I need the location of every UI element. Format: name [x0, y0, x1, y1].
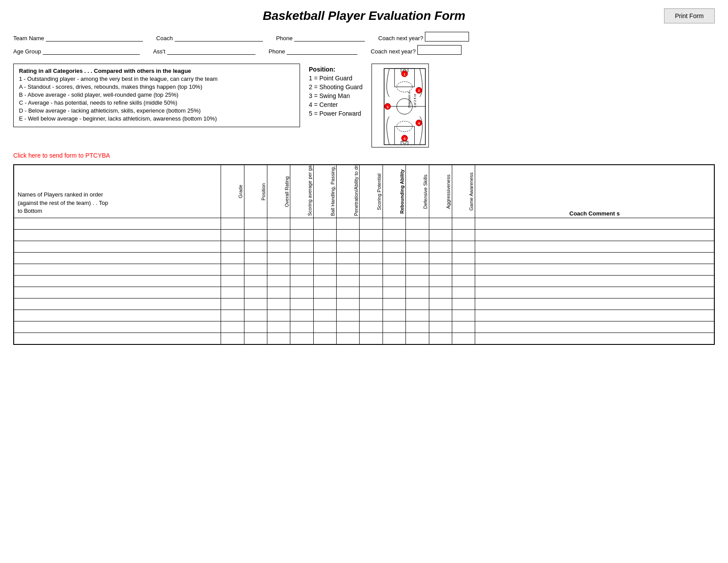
cell-r6-c3[interactable]	[297, 289, 307, 297]
cell-r10-c8[interactable]	[413, 335, 422, 343]
cell-r6-c10[interactable]	[459, 289, 469, 297]
cell-r4-c5[interactable]	[343, 266, 353, 274]
cell-r8-c4[interactable]	[320, 312, 330, 320]
cell-r5-c1[interactable]	[251, 278, 260, 286]
cell-r10-c3[interactable]	[297, 335, 307, 343]
cell-r0-c10[interactable]	[459, 220, 469, 228]
cell-r2-c5[interactable]	[343, 243, 353, 251]
cell-r7-c8[interactable]	[413, 301, 422, 309]
cell-r10-c5[interactable]	[343, 335, 353, 343]
cell-r4-c2[interactable]	[274, 266, 284, 274]
coach-input[interactable]	[175, 32, 263, 42]
cell-r5-c8[interactable]	[413, 278, 422, 286]
cell-r4-c7[interactable]	[389, 266, 399, 274]
print-button[interactable]: Print Form	[664, 8, 715, 23]
cell-r3-c6[interactable]	[366, 255, 376, 263]
cell-r2-c3[interactable]	[297, 243, 307, 251]
cell-r0-c7[interactable]	[389, 220, 399, 228]
cell-r3-c0[interactable]	[228, 255, 237, 263]
player-name-input-5[interactable]	[15, 278, 219, 286]
cell-r10-c6[interactable]	[366, 335, 376, 343]
cell-r10-c2[interactable]	[274, 335, 284, 343]
cell-r2-c7[interactable]	[389, 243, 399, 251]
cell-r2-c8[interactable]	[413, 243, 422, 251]
cell-r10-c4[interactable]	[320, 335, 330, 343]
cell-r0-c8[interactable]	[413, 220, 422, 228]
cell-r1-c10[interactable]	[459, 232, 469, 240]
player-name-input-0[interactable]	[15, 220, 219, 228]
player-name-input-2[interactable]	[15, 243, 219, 251]
cell-r10-c10[interactable]	[459, 335, 469, 343]
cell-r0-c9[interactable]	[435, 220, 445, 228]
age-group-input[interactable]	[43, 45, 140, 55]
cell-r8-c1[interactable]	[251, 312, 260, 320]
player-name-input-8[interactable]	[15, 312, 219, 320]
player-name-input-9[interactable]	[15, 324, 219, 332]
cell-r9-c4[interactable]	[320, 324, 330, 332]
cell-r7-c9[interactable]	[435, 301, 445, 309]
comments-input-8[interactable]	[477, 312, 713, 320]
cell-r9-c1[interactable]	[251, 324, 260, 332]
cell-r6-c6[interactable]	[366, 289, 376, 297]
cell-r8-c0[interactable]	[228, 312, 237, 320]
cell-r5-c6[interactable]	[366, 278, 376, 286]
cell-r3-c8[interactable]	[413, 255, 422, 263]
cell-r2-c4[interactable]	[320, 243, 330, 251]
comments-input-6[interactable]	[477, 289, 713, 297]
cell-r1-c1[interactable]	[251, 232, 260, 240]
comments-input-3[interactable]	[477, 255, 713, 263]
cell-r5-c3[interactable]	[297, 278, 307, 286]
cell-r6-c5[interactable]	[343, 289, 353, 297]
cell-r10-c1[interactable]	[251, 335, 260, 343]
cell-r7-c7[interactable]	[389, 301, 399, 309]
cell-r1-c3[interactable]	[297, 232, 307, 240]
cell-r7-c5[interactable]	[343, 301, 353, 309]
cell-r8-c3[interactable]	[297, 312, 307, 320]
cell-r5-c7[interactable]	[389, 278, 399, 286]
cell-r6-c2[interactable]	[274, 289, 284, 297]
cell-r5-c2[interactable]	[274, 278, 284, 286]
cell-r7-c2[interactable]	[274, 301, 284, 309]
player-name-input-4[interactable]	[15, 266, 219, 274]
player-name-input-7[interactable]	[15, 301, 219, 309]
cell-r4-c8[interactable]	[413, 266, 422, 274]
cell-r1-c7[interactable]	[389, 232, 399, 240]
comments-input-1[interactable]	[477, 232, 713, 240]
cell-r3-c3[interactable]	[297, 255, 307, 263]
cell-r5-c4[interactable]	[320, 278, 330, 286]
cell-r1-c0[interactable]	[228, 232, 237, 240]
cell-r6-c9[interactable]	[435, 289, 445, 297]
cell-r0-c3[interactable]	[297, 220, 307, 228]
coach-next-year2-input[interactable]	[417, 45, 462, 55]
cell-r0-c4[interactable]	[320, 220, 330, 228]
cell-r2-c10[interactable]	[459, 243, 469, 251]
cell-r9-c5[interactable]	[343, 324, 353, 332]
cell-r1-c8[interactable]	[413, 232, 422, 240]
cell-r9-c8[interactable]	[413, 324, 422, 332]
cell-r0-c5[interactable]	[343, 220, 353, 228]
cell-r8-c5[interactable]	[343, 312, 353, 320]
cell-r7-c10[interactable]	[459, 301, 469, 309]
cell-r2-c0[interactable]	[228, 243, 237, 251]
cell-r6-c0[interactable]	[228, 289, 237, 297]
cell-r1-c5[interactable]	[343, 232, 353, 240]
cell-r2-c1[interactable]	[251, 243, 260, 251]
cell-r4-c4[interactable]	[320, 266, 330, 274]
cell-r0-c6[interactable]	[366, 220, 376, 228]
cell-r4-c6[interactable]	[366, 266, 376, 274]
cell-r3-c9[interactable]	[435, 255, 445, 263]
cell-r10-c0[interactable]	[228, 335, 237, 343]
cell-r4-c0[interactable]	[228, 266, 237, 274]
cell-r10-c7[interactable]	[389, 335, 399, 343]
cell-r6-c7[interactable]	[389, 289, 399, 297]
cell-r2-c6[interactable]	[366, 243, 376, 251]
cell-r3-c2[interactable]	[274, 255, 284, 263]
cell-r5-c9[interactable]	[435, 278, 445, 286]
asst-input[interactable]	[167, 45, 255, 55]
cell-r1-c6[interactable]	[366, 232, 376, 240]
player-name-input-6[interactable]	[15, 289, 219, 297]
cell-r8-c2[interactable]	[274, 312, 284, 320]
cell-r9-c9[interactable]	[435, 324, 445, 332]
phone2-input[interactable]	[287, 45, 357, 55]
cell-r7-c1[interactable]	[251, 301, 260, 309]
